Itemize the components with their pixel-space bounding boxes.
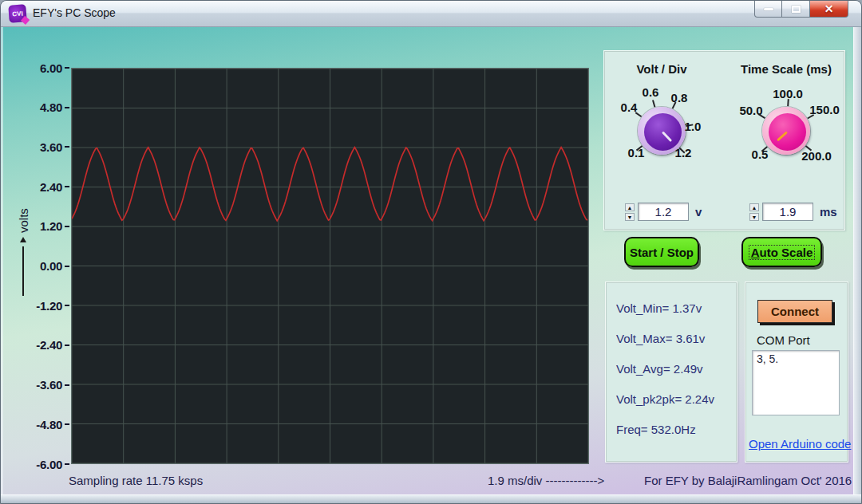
volt-div-spinner: ▲ ▼ 1.2 v <box>625 203 702 221</box>
y-axis-label: 4.80 <box>20 101 69 114</box>
app-window: CVI EFY's PC Scope ✕ volts 6.004.803.602… <box>0 0 862 504</box>
y-axis-label: -2.40 <box>20 339 69 352</box>
com-port-label: COM Port <box>757 333 810 347</box>
client-area: volts 6.004.803.602.401.200.00-1.20-2.40… <box>1 27 862 504</box>
cvi-logo-icon: CVI <box>8 4 26 22</box>
spinner-down-button[interactable]: ▼ <box>749 213 759 221</box>
time-scale-knob[interactable]: 0.5 50.0 100.0 150.0 200.0 <box>730 87 842 178</box>
knob-option-label: 0.4 <box>621 100 638 114</box>
time-scale-unit: ms <box>820 205 837 219</box>
knob-option-label: 150.0 <box>809 103 840 116</box>
acquisition-settings-panel: Volt / Div 0.1 0.4 0.6 0.8 1.0 1 <box>603 50 845 230</box>
timebase-text: 1.9 ms/div -------------> <box>488 474 604 487</box>
stat-volt-max: Volt_Max= 3.61v <box>616 332 737 362</box>
stat-volt-min: Volt_Min= 1.37v <box>616 301 737 332</box>
scope-display: volts 6.004.803.602.401.200.00-1.20-2.40… <box>1 27 595 504</box>
knob-option-label: 0.6 <box>643 85 659 99</box>
window-title: EFY's PC Scope <box>33 6 116 19</box>
credit-text: For EFY by BalajiRamlingam Oct' 2016 <box>644 474 852 487</box>
measurements-panel: Volt_Min= 1.37v Volt_Max= 3.61v Volt_Avg… <box>605 282 737 463</box>
knob-option-label: 50.0 <box>739 104 762 117</box>
auto-scale-button[interactable]: Auto Scale <box>741 237 822 267</box>
minimize-icon <box>764 8 773 10</box>
stat-volt-pk2pk: Volt_pk2pk= 2.24v <box>616 392 737 423</box>
y-axis-label: -6.00 <box>20 458 69 471</box>
com-port-listbox[interactable]: 3, 5. <box>752 350 840 415</box>
axis-arrow-head <box>20 237 26 242</box>
knob-option-label: 100.0 <box>773 87 803 100</box>
volt-div-unit: v <box>695 205 702 219</box>
volt-div-value-field[interactable]: 1.2 <box>638 203 689 221</box>
time-scale-label: Time Scale (ms) <box>730 62 842 76</box>
maximize-button[interactable] <box>782 1 810 18</box>
knob-option-label: 0.5 <box>752 148 769 161</box>
y-axis-label: 3.60 <box>20 140 69 153</box>
connection-panel: Connect COM Port 3, 5. Open Arduino code <box>745 282 848 463</box>
knob-option-label: 0.8 <box>671 91 688 104</box>
y-axis-label: -3.60 <box>20 379 69 392</box>
volt-div-label: Volt / Div <box>606 62 718 76</box>
open-arduino-code-link[interactable]: Open Arduino code <box>749 437 851 451</box>
spinner-up-button[interactable]: ▲ <box>749 203 759 211</box>
window-controls: ✕ <box>754 1 848 18</box>
knob-option-label: 1.0 <box>685 120 702 133</box>
spinner-up-button[interactable]: ▲ <box>625 203 635 211</box>
volt-div-control: Volt / Div 0.1 0.4 0.6 0.8 1.0 1 <box>606 62 718 178</box>
spinner-down-button[interactable]: ▼ <box>625 213 635 221</box>
y-axis-label: 0.00 <box>20 260 69 273</box>
start-stop-button[interactable]: Start / Stop <box>624 237 699 267</box>
close-icon: ✕ <box>824 3 834 14</box>
titlebar[interactable]: CVI EFY's PC Scope ✕ <box>1 1 861 27</box>
window-edge-bottom <box>1 494 862 504</box>
y-axis-label: -4.80 <box>20 418 69 431</box>
y-axis-label: 1.20 <box>20 220 69 233</box>
close-button[interactable]: ✕ <box>810 1 848 18</box>
y-axis-title: volts <box>16 200 30 296</box>
stat-frequency: Freq= 532.0Hz <box>616 423 737 453</box>
time-scale-control: Time Scale (ms) 0.5 50.0 100.0 150.0 200… <box>730 62 842 178</box>
window-edge-left <box>1 27 3 504</box>
y-axis-label: -1.20 <box>20 299 69 312</box>
maximize-icon <box>792 6 801 13</box>
minimize-button[interactable] <box>754 1 782 18</box>
knob-option-label: 1.2 <box>675 146 692 159</box>
knob-option-label: 200.0 <box>801 149 832 163</box>
time-scale-value-field[interactable]: 1.9 <box>762 203 813 221</box>
stat-volt-avg: Volt_Avg= 2.49v <box>616 362 737 392</box>
window-edge-right <box>853 27 862 504</box>
volt-div-knob[interactable]: 0.1 0.4 0.6 0.8 1.0 1.2 <box>606 87 718 178</box>
knob-tick <box>652 100 655 107</box>
time-scale-spinner: ▲ ▼ 1.9 ms <box>749 203 837 221</box>
y-axis-label: 2.40 <box>20 180 69 193</box>
connect-button[interactable]: Connect <box>757 300 832 323</box>
knob-option-label: 0.1 <box>628 146 645 159</box>
y-axis-label: 6.00 <box>20 61 69 74</box>
sampling-rate-text: Sampling rate 11.75 ksps <box>69 474 203 487</box>
waveform-plot <box>71 68 589 464</box>
